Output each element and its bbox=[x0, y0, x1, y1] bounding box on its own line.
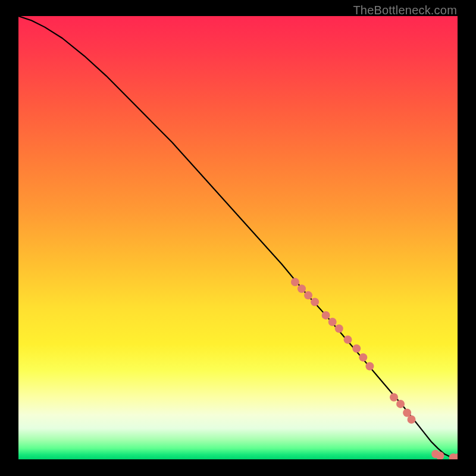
chart-overlay bbox=[18, 16, 458, 459]
marker-dot bbox=[335, 324, 343, 333]
marker-dot bbox=[408, 415, 416, 424]
marker-dot bbox=[298, 284, 306, 293]
curve-line bbox=[18, 16, 458, 458]
marker-group bbox=[291, 278, 458, 459]
marker-dot bbox=[396, 400, 405, 408]
marker-dot bbox=[352, 345, 361, 353]
marker-dot bbox=[328, 318, 337, 326]
marker-dot bbox=[344, 336, 352, 344]
marker-dot bbox=[304, 291, 312, 299]
chart-panel bbox=[18, 16, 458, 459]
chart-stage: TheBottleneck.com bbox=[0, 0, 476, 476]
marker-dot bbox=[365, 362, 374, 371]
marker-dot bbox=[390, 393, 398, 402]
attribution-label: TheBottleneck.com bbox=[353, 4, 457, 17]
marker-dot bbox=[322, 311, 330, 320]
marker-dot bbox=[291, 278, 299, 286]
marker-dot bbox=[359, 353, 367, 362]
marker-dot bbox=[311, 298, 319, 306]
